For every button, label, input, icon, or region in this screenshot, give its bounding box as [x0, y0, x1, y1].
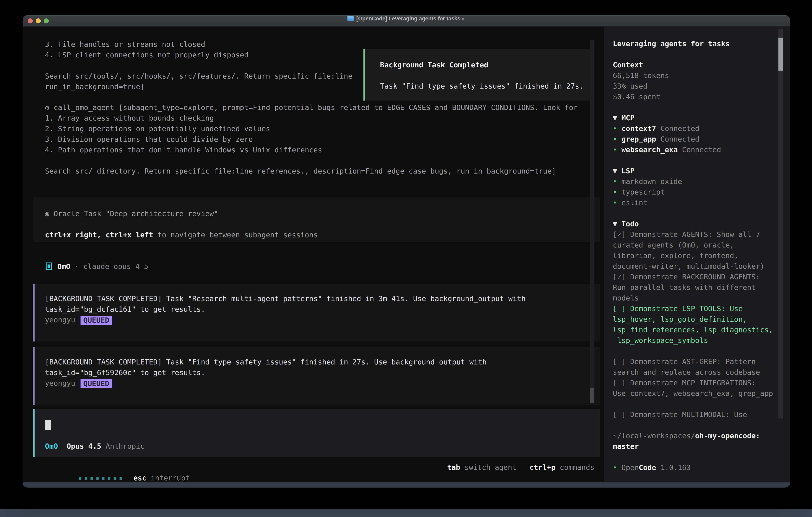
sidebar-row: [✓] Demonstrate AGENTS: Show all 7 — [613, 229, 790, 240]
tool-call-text: ⚙ call_omo_agent [subagent_type=explore,… — [45, 102, 590, 176]
text-segment: 1. Array access without bounds checking — [45, 114, 214, 122]
zoom-button[interactable] — [44, 19, 49, 23]
chat-main-area: 3. File handles or streams not closed4. … — [23, 27, 604, 483]
text-segment: librarian, explore, frontend, — [613, 251, 738, 260]
text-segment: call_omo_agent [subagent_type=explore, p… — [54, 103, 578, 112]
task-card-line: task_id="bg_dcfac161" to get results. — [45, 304, 600, 315]
status-dot-icon: • — [613, 145, 621, 154]
status-dot-icon: • — [613, 463, 621, 472]
text-segment: 66,518 tokens — [613, 71, 669, 80]
input-provider-label: Anthropic — [106, 442, 144, 450]
sidebar-row: [ ] Demonstrate MCP INTEGRATIONS: — [613, 377, 790, 388]
commands-key-label: commands — [555, 463, 594, 471]
text-segment: grep_app — [621, 135, 656, 143]
minimize-button[interactable] — [36, 19, 41, 23]
text-segment: LSP — [621, 167, 634, 175]
sidebar-row: master — [613, 441, 790, 452]
terminal-row — [45, 155, 590, 166]
agent-square-icon — [46, 263, 52, 270]
text-segment: models — [613, 294, 639, 302]
tab-key-label: switch agent — [460, 463, 517, 471]
text-segment: Search src/ directory. Return specific f… — [45, 167, 556, 175]
agent-session-header: OmO · claude-opus-4-5 — [45, 261, 584, 272]
text-segment: Todo — [621, 220, 639, 228]
task-card-line: task_id="bg_6f59260c" to get results. — [45, 367, 600, 378]
text-segment: 3. Division operations that could divide… — [45, 135, 253, 143]
sidebar-row: Leveraging agents for tasks — [613, 38, 790, 49]
sidebar-row: [ ] Demonstrate MULTIMODAL: Use — [613, 409, 790, 420]
text-segment: MCP — [621, 114, 634, 122]
text-segment: curated agents (OmO, oracle, — [613, 241, 734, 249]
main-scrollbar-track[interactable] — [590, 40, 594, 403]
task-card-line: [BACKGROUND TASK COMPLETED] Task "Find t… — [45, 357, 600, 367]
text-segment: ~/local-workspaces/ — [613, 432, 695, 440]
text-segment: [ ] Demonstrate MCP INTEGRATIONS: — [613, 379, 756, 387]
text-segment: Open — [621, 463, 639, 472]
spacer — [58, 442, 66, 450]
window-bottom-bar — [23, 483, 790, 487]
text-segment: [ ] Demonstrate AST-GREP: Pattern — [613, 357, 756, 366]
text-segment: document-writer, multimodal-looker) — [613, 262, 764, 270]
text-segment: 2. String operations on potentially unde… — [45, 125, 270, 133]
sidebar-rows: Leveraging agents for tasksContext66,518… — [613, 38, 790, 473]
text-segment: Connected — [656, 135, 699, 143]
spinner-dots-icon: ▪▪▪▪▪▪▪▪ — [78, 474, 125, 482]
tab-key-hint: tab — [447, 463, 460, 471]
sidebar-row — [613, 49, 790, 60]
username: yeongyu — [45, 316, 75, 324]
desktop: [OpenCode] Leveraging agents for tasks ◐… — [0, 0, 812, 517]
sidebar-row — [613, 452, 790, 462]
terminal-row: ⚙ call_omo_agent [subagent_type=explore,… — [45, 102, 590, 113]
folder-icon — [347, 17, 354, 21]
terminal-row: 1. Array access without bounds checking — [45, 113, 590, 124]
terminal-content: 3. File handles or streams not closed4. … — [23, 27, 790, 483]
input-model-row: OmO Opus 4.5 Anthropic — [45, 441, 145, 452]
sidebar-row: lsp_find_references, lsp_diagnostics, — [613, 324, 790, 335]
window-controls — [28, 19, 49, 23]
sidebar-row — [613, 208, 790, 219]
sidebar-row: document-writer, multimodal-looker) — [613, 261, 790, 272]
sidebar-row — [613, 399, 790, 409]
text-segment: master — [613, 442, 639, 451]
text-cursor — [45, 420, 51, 430]
separator-dot: · — [70, 262, 83, 271]
oracle-spacer — [45, 219, 600, 229]
text-segment: Code — [639, 463, 656, 472]
sidebar-row: • context7 Connected — [613, 123, 790, 134]
hint-text: to navigate between subagent sessions — [153, 231, 318, 239]
sidebar-row: curated agents (OmO, oracle, — [613, 240, 790, 250]
collapse-triangle-icon[interactable]: ▼ — [613, 220, 621, 228]
status-bar-right: tab switch agent ctrl+p commands — [447, 462, 594, 472]
text-segment: run_in_background=true] — [45, 83, 145, 91]
sidebar-row: [ ] Demonstrate LSP TOOLS: Use — [613, 303, 790, 314]
status-dot-icon: • — [613, 124, 621, 133]
spacer — [101, 442, 106, 450]
status-badge: QUEUED — [81, 316, 112, 325]
sidebar-row: [ ] Demonstrate AST-GREP: Pattern — [613, 356, 790, 367]
text-segment: Connected — [656, 124, 699, 133]
text-segment: $0.46 spent — [613, 92, 660, 101]
text-segment: Leveraging agents for tasks — [613, 39, 730, 48]
background-task-toast: Background Task Completed Task "Find typ… — [364, 49, 592, 101]
text-segment: Context — [613, 61, 643, 69]
status-dot-icon: • — [613, 198, 621, 207]
oracle-hint: ctrl+x right, ctrl+x left to navigate be… — [45, 229, 600, 240]
prompt-input[interactable]: OmO Opus 4.5 Anthropic — [33, 409, 600, 457]
sidebar-row: • websearch_exa Connected — [613, 144, 790, 155]
background-task-card: [BACKGROUND TASK COMPLETED] Task "Resear… — [33, 284, 600, 342]
main-scrollbar-thumb[interactable] — [590, 388, 594, 403]
sidebar-row — [613, 420, 790, 430]
sidebar-row — [613, 346, 790, 356]
status-badge: QUEUED — [81, 379, 112, 388]
close-button[interactable] — [28, 19, 33, 23]
text-segment: Connected — [678, 145, 721, 154]
text-segment: search and replace across codebase — [613, 368, 760, 376]
sidebar-scrollbar-thumb[interactable] — [778, 37, 783, 71]
text-segment: lsp_find_references, lsp_diagnostics, — [613, 326, 773, 334]
task-card-line: [BACKGROUND TASK COMPLETED] Task "Resear… — [45, 293, 600, 304]
sidebar-scrollbar-track[interactable] — [778, 29, 783, 418]
collapse-triangle-icon[interactable]: ▼ — [613, 114, 621, 122]
oracle-task-title: ◉ Oracle Task "Deep architecture review" — [45, 208, 600, 219]
collapse-triangle-icon[interactable]: ▼ — [613, 167, 621, 175]
text-segment: lsp_hover, lsp_goto_definition, — [613, 315, 747, 323]
